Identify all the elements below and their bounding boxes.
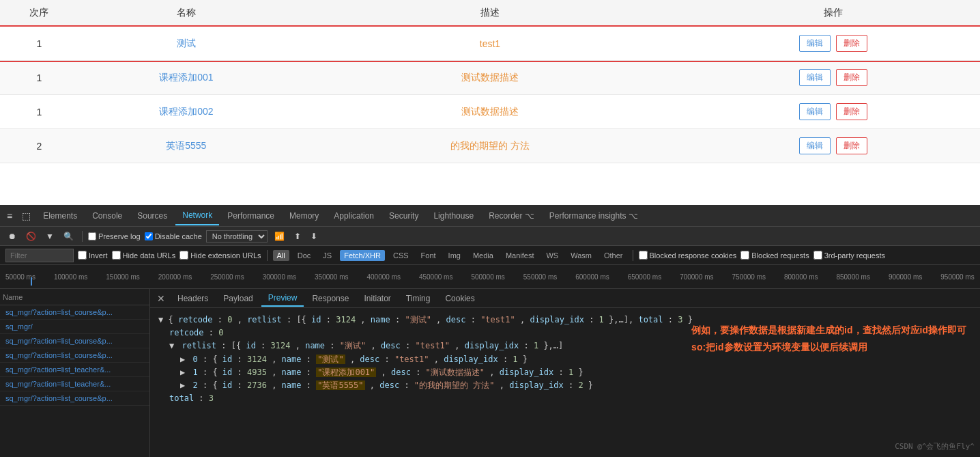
tab-security[interactable]: Security — [382, 207, 425, 225]
blocked-requests-label: Blocked requests — [740, 251, 809, 260]
delete-button[interactable]: 删除 — [836, 103, 867, 120]
cell-name: 课程添加002 — [78, 95, 294, 129]
search-btn[interactable]: 🔍 — [61, 230, 76, 243]
edit-button[interactable]: 编辑 — [799, 35, 831, 52]
filter-input[interactable] — [5, 249, 74, 262]
request-list: Name sq_mgr/?action=list_course&p...sq_m… — [0, 289, 150, 457]
cell-action: 编辑 删除 — [686, 27, 980, 61]
request-item[interactable]: sq_mgr/?action=list_teacher&... — [0, 377, 149, 391]
tab-sources[interactable]: Sources — [130, 207, 174, 225]
tab-initiator[interactable]: Initiator — [357, 291, 397, 306]
request-item[interactable]: sq_mgr/?action=list_teacher&... — [0, 363, 149, 377]
timeline-label: 450000 ms — [419, 273, 452, 281]
tab-cookies[interactable]: Cookies — [438, 291, 481, 306]
filter-img-btn[interactable]: Img — [444, 250, 465, 261]
disable-cache-checkbox[interactable] — [145, 232, 153, 240]
request-item[interactable]: sq_mgr/?action=list_course&p... — [0, 391, 149, 406]
filter-media-btn[interactable]: Media — [469, 250, 498, 261]
tab-application[interactable]: Application — [327, 207, 381, 225]
blocked-cookies-checkbox[interactable] — [639, 251, 648, 260]
th-seq: 次序 — [0, 0, 78, 27]
tab-elements[interactable]: Elements — [36, 207, 84, 225]
edit-button[interactable]: 编辑 — [799, 137, 831, 154]
invert-label: Invert — [78, 251, 108, 260]
tab-timing[interactable]: Timing — [399, 291, 437, 306]
cell-name: 课程添加001 — [78, 61, 294, 95]
tab-network[interactable]: Network — [175, 206, 219, 225]
filter-ws-btn[interactable]: WS — [542, 250, 562, 261]
record-btn[interactable]: ⏺ — [5, 230, 19, 243]
tab-console[interactable]: Console — [85, 207, 129, 225]
tab-preview[interactable]: Preview — [261, 290, 304, 307]
edit-button[interactable]: 编辑 — [799, 103, 831, 120]
expand-1-icon[interactable]: ▶ — [180, 368, 185, 377]
timeline-label: 800000 ms — [784, 273, 818, 281]
invert-checkbox[interactable] — [78, 251, 87, 260]
json-line-6: ▶ 2 : { id : 2736 , name : "英语5555" , de… — [158, 379, 972, 392]
table-row: 1 测试 test1 编辑 删除 — [0, 27, 980, 61]
throttling-select[interactable]: No throttling — [206, 230, 268, 243]
clear-btn[interactable]: 🚫 — [23, 230, 39, 243]
filter-manifest-btn[interactable]: Manifest — [502, 250, 538, 261]
timeline-marker — [31, 277, 32, 286]
tab-recorder[interactable]: Recorder ⌥ — [482, 207, 541, 225]
tab-payload[interactable]: Payload — [216, 291, 259, 306]
table-row: 1 课程添加002 测试数据描述 编辑 删除 — [0, 95, 980, 129]
request-item[interactable]: sq_mgr/?action=list_course&p... — [0, 334, 149, 348]
upload-icon[interactable]: ⬆ — [291, 230, 304, 243]
detail-panel: ✕ Headers Payload Preview Response Initi… — [150, 289, 980, 457]
filter-other-btn[interactable]: Other — [600, 250, 627, 261]
cell-seq: 1 — [0, 95, 78, 129]
request-item[interactable]: sq_mgr/?action=list_course&p... — [0, 305, 149, 320]
filter-css-btn[interactable]: CSS — [389, 250, 413, 261]
filter-toggle-btn[interactable]: ▼ — [43, 230, 57, 243]
wifi-icon[interactable]: 📶 — [272, 230, 287, 243]
devtools-menu-icon[interactable]: ≡ — [3, 208, 16, 224]
timeline-label: 400000 ms — [367, 273, 401, 281]
hide-data-urls-checkbox[interactable] — [112, 251, 121, 260]
expand-2-icon[interactable]: ▶ — [180, 380, 185, 390]
filter-font-btn[interactable]: Font — [417, 250, 440, 261]
download-icon[interactable]: ⬇ — [308, 230, 320, 243]
edit-button[interactable]: 编辑 — [799, 69, 831, 86]
table-row: 2 英语5555 的我的期望的 方法 编辑 删除 — [0, 129, 980, 163]
hide-ext-urls-checkbox[interactable] — [179, 251, 188, 260]
filter-wasm-btn[interactable]: Wasm — [566, 250, 596, 261]
devtools-inspect-icon[interactable]: ⬚ — [18, 208, 35, 224]
timeline-label: 300000 ms — [263, 273, 296, 281]
cell-seq: 1 — [0, 27, 78, 61]
annotation-line1: 例如，要操作数据是根据新建生成的id，查找然后对应id操作即可 — [691, 322, 966, 339]
filter-fetch-btn[interactable]: Fetch/XHR — [340, 250, 385, 261]
timeline-labels: 50000 ms100000 ms150000 ms200000 ms25000… — [0, 273, 980, 281]
tab-perf-insights[interactable]: Performance insights ⌥ — [543, 207, 645, 225]
delete-button[interactable]: 删除 — [836, 137, 867, 154]
tab-memory[interactable]: Memory — [283, 207, 326, 225]
filter-js-btn[interactable]: JS — [319, 250, 336, 261]
request-item[interactable]: sq_mgr/?action=list_course&p... — [0, 348, 149, 363]
tab-lighthouse[interactable]: Lighthouse — [427, 207, 480, 225]
preserve-log-checkbox[interactable] — [88, 232, 96, 240]
timeline-label: 950000 ms — [940, 273, 974, 281]
tab-response[interactable]: Response — [305, 291, 356, 306]
tab-performance[interactable]: Performance — [220, 207, 281, 225]
tab-headers[interactable]: Headers — [171, 291, 215, 306]
divider2 — [267, 250, 268, 261]
timeline-label: 100000 ms — [54, 273, 87, 281]
delete-button[interactable]: 删除 — [836, 69, 867, 86]
cell-action: 编辑 删除 — [686, 61, 980, 95]
cell-desc: test1 — [294, 27, 686, 61]
request-item[interactable]: sq_mgr/ — [0, 320, 149, 334]
expand-retlist-icon[interactable]: ▼ — [169, 341, 174, 350]
json-line-5: ▶ 1 : { id : 4935 , name : "课程添加001" , d… — [158, 366, 972, 379]
blocked-requests-checkbox[interactable] — [740, 251, 749, 260]
expand-root-icon[interactable]: ▼ — [158, 315, 163, 324]
request-items: sq_mgr/?action=list_course&p...sq_mgr/sq… — [0, 305, 149, 406]
close-detail-btn[interactable]: ✕ — [153, 293, 169, 304]
timeline-bar: 50000 ms100000 ms150000 ms200000 ms25000… — [0, 265, 980, 289]
expand-0-icon[interactable]: ▶ — [180, 355, 185, 364]
split-pane: Name sq_mgr/?action=list_course&p...sq_m… — [0, 289, 980, 457]
delete-button[interactable]: 删除 — [836, 35, 867, 52]
third-party-checkbox[interactable] — [813, 251, 822, 260]
filter-all-btn[interactable]: All — [273, 250, 289, 261]
filter-doc-btn[interactable]: Doc — [293, 250, 315, 261]
